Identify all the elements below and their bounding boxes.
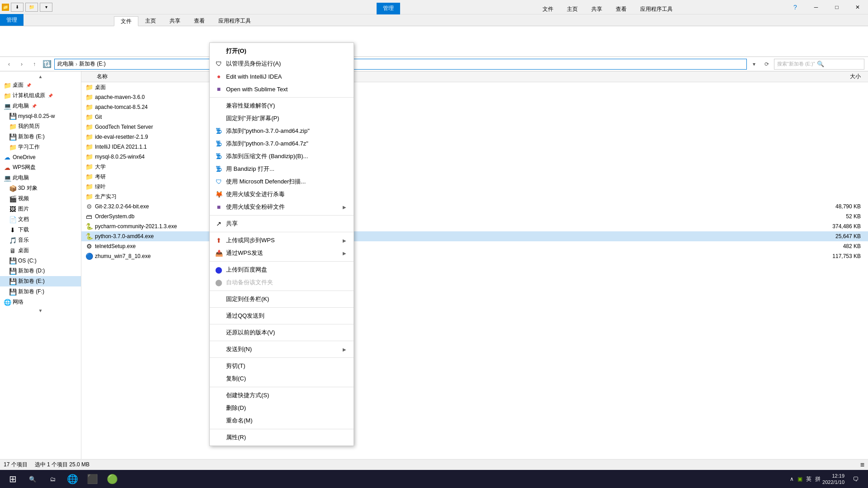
sidebar-item-drive-c[interactable]: 💾 OS (C:): [0, 256, 81, 266]
app-taskbar[interactable]: 🟢: [103, 470, 121, 488]
quick-access-dropdown[interactable]: ▾: [40, 3, 52, 12]
sidebar-item-onedrive[interactable]: ☁ OneDrive: [0, 152, 81, 162]
start-button[interactable]: ⊞: [4, 470, 22, 488]
file-item-tomcat[interactable]: 📁 apache-tomcat-8.5.24: [81, 102, 868, 112]
chrome-taskbar[interactable]: 🌐: [63, 470, 81, 488]
ribbon-tab-manage[interactable]: 管理: [0, 14, 24, 26]
file-item-git-exe[interactable]: ⚙ Git-2.32.0.2-64-bit.exe 48,790 KB: [81, 202, 868, 211]
file-item-desktop[interactable]: 📁 桌面: [81, 82, 868, 92]
sidebar-item-3d[interactable]: 📦 3D 对象: [0, 183, 81, 193]
menu-copy[interactable]: 复制(C): [210, 372, 354, 385]
tab-home[interactable]: 主页: [560, 5, 585, 14]
help-button[interactable]: ?: [785, 0, 806, 14]
file-item-pycharm[interactable]: 🐍 pycharm-community-2021.1.3.exe 374,486…: [81, 221, 868, 231]
menu-add-archive[interactable]: 🗜 添加到压缩文件 (Bandizip)(B)...: [210, 150, 354, 163]
quick-access-new-folder[interactable]: 📁: [25, 3, 38, 12]
menu-add-7z[interactable]: 🗜 添加到"python-3.7.0-amd64.7z": [210, 137, 354, 150]
sidebar-item-video[interactable]: 🎬 视频: [0, 193, 81, 204]
tab-file[interactable]: 文件: [536, 5, 560, 14]
menu-create-shortcut[interactable]: 创建快捷方式(S): [210, 389, 354, 402]
menu-huorong-virus[interactable]: 🦊 使用火绒安全进行杀毒: [210, 188, 354, 201]
sidebar-item-this-pc-2[interactable]: 💻 此电脑: [0, 173, 81, 183]
sidebar-item-music[interactable]: 🎵 音乐: [0, 235, 81, 245]
file-explorer-taskbar[interactable]: 🗂: [43, 470, 61, 488]
file-item-exam[interactable]: 📁 考研: [81, 172, 868, 182]
sidebar-item-wps-cloud[interactable]: ☁ WPS网盘: [0, 162, 81, 173]
sidebar-item-documents[interactable]: 📄 文档: [0, 214, 81, 225]
menu-huorong-shred[interactable]: ■ 使用火绒安全粉碎文件 ▶: [210, 201, 354, 213]
menu-defender-scan[interactable]: 🛡 使用 Microsoft Defender扫描...: [210, 175, 354, 188]
minimize-button[interactable]: ─: [806, 0, 826, 14]
sidebar-item-resume[interactable]: 📁 我的简历: [0, 121, 81, 131]
col-name-header[interactable]: 名称: [93, 73, 819, 80]
menu-add-zip[interactable]: 🗜 添加到"python-3.7.0-amd64.zip": [210, 125, 354, 137]
forward-button[interactable]: ›: [16, 59, 27, 70]
file-item-telnet[interactable]: ⚙ telnetdSetup.exe 482 KB: [81, 241, 868, 251]
menu-baidu-upload[interactable]: ⬤ 上传到百度网盘: [210, 263, 354, 276]
menu-wps-send[interactable]: 📤 通过WPS发送 ▶: [210, 247, 354, 259]
tab-app-tools[interactable]: 应用程序工具: [633, 5, 679, 14]
sidebar-item-drive-e-main[interactable]: 💾 新加卷 (E:): [0, 276, 81, 286]
menu-delete[interactable]: 删除(D): [210, 402, 354, 414]
menu-compat[interactable]: 兼容性疑难解答(Y): [210, 99, 354, 112]
menu-share[interactable]: ↗ 共享: [210, 217, 354, 230]
notification-button[interactable]: 🗨: [846, 470, 864, 488]
file-item-orderdb[interactable]: 🗃 OrderSystem.db 52 KB: [81, 211, 868, 221]
menu-pin-taskbar[interactable]: 固定到任务栏(K): [210, 293, 354, 305]
quick-access-properties[interactable]: ⬇: [11, 3, 24, 12]
sidebar-item-this-pc-1[interactable]: 💻 此电脑 📌: [0, 101, 81, 111]
sidebar-item-study[interactable]: 📁 学习工作: [0, 142, 81, 152]
menu-pin-start[interactable]: 固定到"开始"屏幕(P): [210, 112, 354, 125]
sidebar-item-drive-d[interactable]: 💾 新加卷 (D:): [0, 266, 81, 276]
file-item-git-folder[interactable]: 📁 Git: [81, 112, 868, 122]
details-view-button[interactable]: ≡: [860, 461, 864, 469]
sidebar-item-drive-e[interactable]: 💾 新加卷 (E:): [0, 131, 81, 142]
menu-rename[interactable]: 重命名(M): [210, 414, 354, 427]
ribbon-tab-app-tools[interactable]: 应用程序工具: [212, 16, 258, 26]
menu-open[interactable]: 打开(O): [210, 45, 354, 57]
file-item-greenleaf[interactable]: 📁 绿叶: [81, 182, 868, 192]
menu-send-to[interactable]: 发送到(N) ▶: [210, 343, 354, 356]
sidebar-item-drive-f[interactable]: 💾 新加卷 (F:): [0, 286, 81, 297]
search-box[interactable]: 搜索"新加卷 (E:)" 🔍: [774, 59, 864, 70]
file-item-univ[interactable]: 📁 大学: [81, 162, 868, 172]
ribbon-tab-file[interactable]: 文件: [114, 16, 138, 26]
sidebar-item-calc[interactable]: 📁 计算机组成原 📌: [0, 90, 81, 101]
sidebar-item-desktop-1[interactable]: 📁 桌面 📌: [0, 80, 81, 90]
sidebar-item-mysql-pin[interactable]: 💾 mysql-8.0.25-w: [0, 111, 81, 121]
tab-manage[interactable]: 管理: [377, 3, 400, 14]
file-item-python[interactable]: 🐍 python-3.7.0-amd64.exe 25,647 KB: [81, 231, 868, 241]
ribbon-tab-home[interactable]: 主页: [138, 16, 163, 26]
address-path[interactable]: 此电脑 › 新加卷 (E:): [54, 59, 747, 70]
menu-properties[interactable]: 属性(R): [210, 431, 354, 444]
terminal-taskbar[interactable]: ⬛: [83, 470, 101, 488]
ribbon-tab-share[interactable]: 共享: [163, 16, 187, 26]
menu-open-sublime[interactable]: ■ Open with Sublime Text: [210, 83, 354, 95]
file-item-ide-eval[interactable]: 📁 ide-eval-resetter-2.1.9: [81, 132, 868, 142]
menu-edit-intellij[interactable]: ● Edit with IntelliJ IDEA: [210, 70, 354, 83]
menu-run-as-admin[interactable]: 🛡 以管理员身份运行(A): [210, 57, 354, 70]
back-button[interactable]: ‹: [4, 59, 14, 70]
taskbar-clock[interactable]: 12:19 2022/1/10: [822, 473, 844, 486]
menu-restore-version[interactable]: 还原以前的版本(V): [210, 326, 354, 339]
sidebar-item-desktop-2[interactable]: 🖥 桌面: [0, 245, 81, 256]
system-tray-arrow[interactable]: ∧: [790, 476, 794, 482]
address-path-computer[interactable]: 此电脑: [57, 60, 74, 68]
lang-indicator[interactable]: 英: [806, 475, 811, 483]
ime-indicator[interactable]: 拼: [815, 475, 821, 483]
file-item-zhumu[interactable]: 🔵 zhumu_win7_8_10.exe 117,753 KB: [81, 251, 868, 261]
search-button[interactable]: 🔍: [24, 470, 42, 488]
menu-open-bandizip[interactable]: 🗜 用 Bandizip 打开...: [210, 163, 354, 175]
file-item-maven[interactable]: 📁 apache-maven-3.6.0: [81, 92, 868, 102]
scroll-down[interactable]: ▼: [0, 307, 81, 314]
sidebar-item-network[interactable]: 🌐 网络: [0, 297, 81, 307]
tab-share[interactable]: 共享: [585, 5, 609, 14]
refresh-button[interactable]: ⟳: [761, 59, 772, 70]
file-item-mysql-folder[interactable]: 📁 mysql-8.0.25-winx64: [81, 152, 868, 162]
file-item-intellij[interactable]: 📁 IntelliJ IDEA 2021.1.1: [81, 142, 868, 152]
tab-view[interactable]: 查看: [609, 5, 633, 14]
scroll-up[interactable]: ▲: [0, 73, 81, 80]
address-path-drive[interactable]: 新加卷 (E:): [79, 60, 106, 68]
sidebar-item-pictures[interactable]: 🖼 图片: [0, 204, 81, 214]
close-button[interactable]: ✕: [847, 0, 868, 14]
